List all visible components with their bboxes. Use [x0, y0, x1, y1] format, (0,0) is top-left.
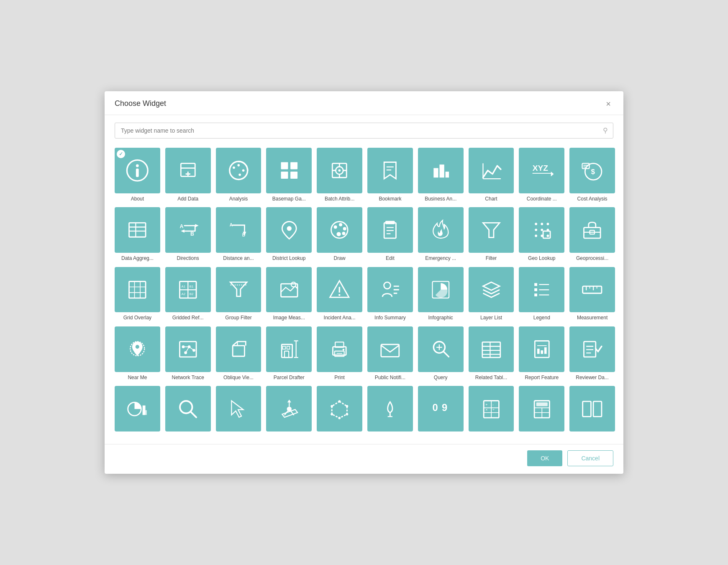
- widget-icon-svg-reviewer-dash: [580, 337, 604, 361]
- widget-icon-box-row1-icon1: [115, 386, 160, 431]
- widget-item-row1-icon6[interactable]: [367, 386, 413, 434]
- widget-icon-svg-layer-list: [479, 278, 503, 302]
- widget-item-cost-analysis[interactable]: Cost Analysis: [569, 148, 615, 202]
- widget-item-group-filter[interactable]: Group Filter: [216, 267, 261, 321]
- widget-label-analysis: Analysis: [229, 196, 248, 203]
- search-input[interactable]: [115, 123, 613, 138]
- widget-item-edit[interactable]: Edit: [367, 207, 413, 262]
- widget-item-row1-icon7[interactable]: [418, 386, 464, 434]
- widget-item-incident-analysis[interactable]: Incident Ana...: [317, 267, 362, 321]
- widget-item-print[interactable]: Print: [317, 326, 362, 381]
- widget-icon-box-row1-icon6: [367, 386, 413, 431]
- widget-item-query[interactable]: Query: [418, 326, 464, 381]
- widget-label-basemap-gallery: Basemap Ga...: [272, 196, 306, 203]
- widget-icon-box-geo-lookup: [519, 207, 564, 253]
- widget-item-network-trace[interactable]: Network Trace: [165, 326, 211, 381]
- widget-item-near-me[interactable]: Near Me: [115, 326, 160, 381]
- widget-item-filter[interactable]: Filter: [469, 207, 514, 262]
- widget-item-report-feature[interactable]: Report Feature: [519, 326, 564, 381]
- widget-item-oblique-viewer[interactable]: Oblique Vie...: [216, 326, 261, 381]
- widget-item-draw[interactable]: Draw: [317, 207, 362, 262]
- widget-icon-svg-public-notification: [378, 337, 402, 361]
- widget-item-business-analyst[interactable]: Business An...: [418, 148, 464, 202]
- widget-item-row1-icon3[interactable]: [216, 386, 261, 434]
- widget-item-chart[interactable]: Chart: [469, 148, 514, 202]
- widget-item-info-summary[interactable]: Info Summary: [367, 267, 413, 321]
- widget-icon-svg-print: [328, 337, 351, 361]
- widget-item-district-lookup[interactable]: District Lookup: [266, 207, 312, 262]
- widget-icon-box-basemap-gallery: [266, 148, 312, 193]
- widget-icon-svg-gridded-ref: [176, 278, 200, 302]
- widget-label-near-me: Near Me: [128, 375, 147, 381]
- widget-item-bookmark[interactable]: Bookmark: [367, 148, 413, 202]
- widget-item-row1-icon10[interactable]: [569, 386, 615, 434]
- widget-icon-box-infographic: [418, 267, 464, 313]
- widget-label-layer-list: Layer List: [480, 315, 502, 321]
- widget-icon-box-distance-and-direction: [216, 207, 261, 253]
- widget-icon-svg-cost-analysis: [580, 159, 604, 182]
- widget-icon-box-info-summary: [367, 267, 413, 313]
- widget-item-image-measure[interactable]: Image Meas...: [266, 267, 312, 321]
- widget-item-row1-icon9[interactable]: [519, 386, 564, 434]
- widget-icon-svg-query: [429, 337, 453, 361]
- widget-icon-box-district-lookup: [266, 207, 312, 253]
- widget-label-image-measure: Image Meas...: [273, 315, 305, 321]
- widget-icon-box-grid-overlay: [115, 267, 160, 313]
- widget-item-public-notification[interactable]: Public Notifi...: [367, 326, 413, 381]
- widget-icon-svg-filter: [479, 218, 503, 242]
- widget-label-report-feature: Report Feature: [525, 375, 559, 381]
- widget-item-distance-and-direction[interactable]: Distance an...: [216, 207, 261, 262]
- widget-item-row1-icon2[interactable]: [165, 386, 211, 434]
- widget-item-grid-overlay[interactable]: Grid Overlay: [115, 267, 160, 321]
- widget-item-row1-icon8[interactable]: [469, 386, 514, 434]
- widget-icon-box-near-me: [115, 326, 160, 372]
- dialog-header: Choose Widget ×: [105, 91, 623, 115]
- widget-item-geoprocessing[interactable]: Geoprocessi...: [569, 207, 615, 262]
- widget-item-data-aggregation[interactable]: Data Aggreg...: [115, 207, 160, 262]
- widget-item-layer-list[interactable]: Layer List: [469, 267, 514, 321]
- widget-item-legend[interactable]: Legend: [519, 267, 564, 321]
- widget-icon-svg-coordinate: [530, 159, 554, 182]
- widget-item-reviewer-dash[interactable]: Reviewer Da...: [569, 326, 615, 381]
- widget-icon-svg-legend: [530, 278, 554, 302]
- widget-icon-box-row1-icon10: [569, 386, 615, 431]
- widget-item-analysis[interactable]: Analysis: [216, 148, 261, 202]
- widget-label-about: About: [131, 196, 144, 203]
- widget-icon-svg-network-trace: [176, 337, 200, 361]
- widget-icon-box-filter: [469, 207, 514, 253]
- widget-icon-box-measurement: [569, 267, 615, 313]
- widget-item-row1-icon4[interactable]: [266, 386, 312, 434]
- widget-item-geo-lookup[interactable]: Geo Lookup: [519, 207, 564, 262]
- widget-item-batch-attribute[interactable]: Batch Attrib...: [317, 148, 362, 202]
- widget-icon-svg-basemap-gallery: [277, 159, 301, 182]
- widget-item-directions[interactable]: Directions: [165, 207, 211, 262]
- widget-icon-box-business-analyst: [418, 148, 464, 193]
- widget-item-add-data[interactable]: Add Data: [165, 148, 211, 202]
- widget-item-parcel-drafter[interactable]: Parcel Drafter: [266, 326, 312, 381]
- widget-icon-box-oblique-viewer: [216, 326, 261, 372]
- widget-item-about[interactable]: ✓About: [115, 148, 160, 202]
- widget-item-emergency[interactable]: Emergency ...: [418, 207, 464, 262]
- widget-item-infographic[interactable]: Infographic: [418, 267, 464, 321]
- widget-item-measurement[interactable]: Measurement: [569, 267, 615, 321]
- widget-icon-box-batch-attribute: [317, 148, 362, 193]
- close-button[interactable]: ×: [603, 99, 613, 109]
- widget-item-row1-icon1[interactable]: [115, 386, 160, 434]
- cancel-button[interactable]: Cancel: [567, 450, 613, 466]
- widget-icon-svg-edit: [378, 218, 402, 242]
- widget-icon-svg-group-filter: [227, 278, 251, 302]
- widget-item-row1-icon5[interactable]: [317, 386, 362, 434]
- widget-label-oblique-viewer: Oblique Vie...: [223, 375, 254, 381]
- ok-button[interactable]: OK: [527, 450, 562, 466]
- widget-icon-svg-chart: [479, 159, 503, 182]
- widget-item-basemap-gallery[interactable]: Basemap Ga...: [266, 148, 312, 202]
- widget-icon-box-edit: [367, 207, 413, 253]
- widget-icon-svg-info-summary: [378, 278, 402, 302]
- widget-label-emergency: Emergency ...: [425, 255, 456, 262]
- widget-icon-box-directions: [165, 207, 211, 253]
- widget-item-coordinate[interactable]: Coordinate ...: [519, 148, 564, 202]
- widget-icon-box-incident-analysis: [317, 267, 362, 313]
- widget-item-gridded-ref[interactable]: Gridded Ref...: [165, 267, 211, 321]
- widget-item-related-tables[interactable]: Related Tabl...: [469, 326, 514, 381]
- widget-icon-svg-measurement: [580, 278, 604, 302]
